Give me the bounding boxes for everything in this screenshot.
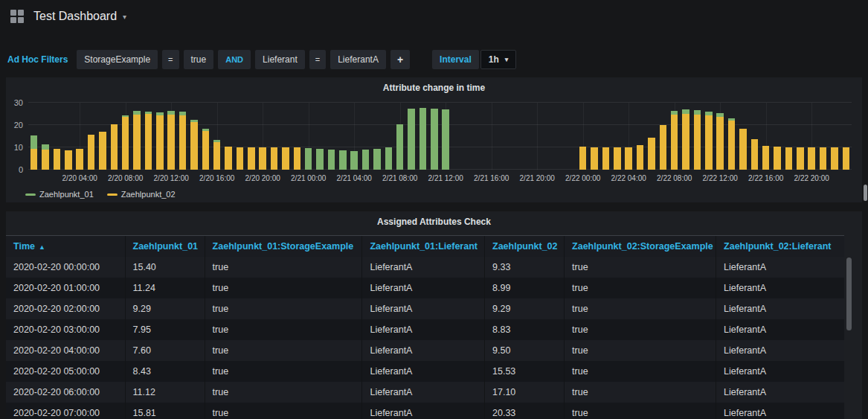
- table-cell: LieferantA: [716, 361, 844, 382]
- bar-zaehlpunkt_02: [660, 125, 667, 170]
- x-axis-label: 2/21 00:00: [291, 174, 326, 182]
- filter2-operator-chip[interactable]: =: [309, 50, 326, 69]
- x-axis-label: 2/20 04:00: [62, 174, 97, 182]
- filter-bar: Ad Hoc Filters StorageExample = true AND…: [7, 49, 861, 70]
- dashboard-title[interactable]: Test Dashboard: [33, 10, 117, 23]
- table-scrollbar-thumb[interactable]: [846, 258, 852, 330]
- filter2-key-chip[interactable]: Lieferant: [255, 50, 305, 69]
- table-cell: LieferantA: [362, 298, 485, 319]
- column-header-time[interactable]: Time▲: [6, 236, 125, 258]
- table-cell: LieferantA: [716, 340, 844, 361]
- column-header-zaehlpunkt-01-lieferant[interactable]: Zaehlpunkt_01:Lieferant: [362, 236, 485, 258]
- interval-select[interactable]: 1h ▾: [480, 50, 517, 69]
- bar-zaehlpunkt_01: [442, 109, 449, 170]
- bar-zaehlpunkt_02: [637, 145, 644, 170]
- x-axis-label: 2/21 04:00: [337, 174, 372, 182]
- bar-zaehlpunkt_02: [831, 147, 838, 170]
- legend-label: Zaehlpunkt_02: [121, 190, 176, 199]
- bar-zaehlpunkt_02: [122, 117, 129, 170]
- bar-zaehlpunkt_02: [237, 147, 244, 170]
- plus-icon: +: [397, 54, 403, 65]
- column-header-zaehlpunkt-01[interactable]: Zaehlpunkt_01: [125, 236, 205, 258]
- table-cell: 9.29: [125, 298, 205, 319]
- bar-zaehlpunkt_01: [431, 109, 438, 170]
- legend-item-zaehlpunkt_02[interactable]: Zaehlpunkt_02: [107, 190, 176, 199]
- bar-zaehlpunkt_02: [248, 147, 255, 170]
- bar-zaehlpunkt_02: [739, 129, 747, 170]
- bar-zaehlpunkt_01: [419, 108, 427, 170]
- bar-zaehlpunkt_01: [339, 150, 347, 170]
- bar-zaehlpunkt_02: [202, 131, 210, 170]
- chart-plot: 2/20 04:002/20 08:002/20 12:002/20 16:00…: [28, 103, 852, 170]
- x-axis-label: 2/22 16:00: [748, 174, 783, 182]
- bar-zaehlpunkt_01: [385, 147, 393, 170]
- table-cell: 17.10: [485, 382, 565, 403]
- column-header-label: Zaehlpunkt_01: [133, 241, 199, 252]
- column-header-zaehlpunkt-02-storageexample[interactable]: Zaehlpunkt_02:StorageExample: [565, 236, 716, 258]
- bar-zaehlpunkt_02: [591, 147, 598, 170]
- table-cell: LieferantA: [362, 403, 485, 419]
- column-header-zaehlpunkt-01-storageexample[interactable]: Zaehlpunkt_01:StorageExample: [205, 236, 362, 258]
- table-panel-title[interactable]: Assigned Attributes Check: [6, 211, 862, 227]
- x-axis-label: 2/21 08:00: [382, 174, 417, 182]
- navbar: Test Dashboard ▾: [0, 0, 868, 33]
- bar-zaehlpunkt_02: [694, 115, 701, 170]
- filter1-operator-chip[interactable]: =: [162, 50, 179, 69]
- x-axis-label: 2/20 12:00: [154, 174, 189, 182]
- grid-line-y: [28, 102, 852, 103]
- chart-scrollbar[interactable]: [864, 185, 867, 201]
- y-axis-label: 10: [14, 143, 23, 152]
- table-row: 2020-02-20 01:00:0011.24trueLieferantA8.…: [6, 278, 844, 298]
- bar-zaehlpunkt_02: [808, 147, 815, 170]
- bar-zaehlpunkt_02: [54, 149, 61, 170]
- bar-zaehlpunkt_02: [785, 147, 793, 170]
- column-header-zaehlpunkt-02[interactable]: Zaehlpunkt_02: [485, 236, 565, 258]
- table-scrollbar[interactable]: [846, 258, 852, 416]
- table-body: 2020-02-20 00:00:0015.40trueLieferantA9.…: [6, 257, 844, 419]
- sort-asc-icon: ▲: [39, 243, 45, 251]
- chart-y-axis: 0102030: [6, 103, 25, 170]
- bar-zaehlpunkt_02: [30, 149, 38, 170]
- bar-zaehlpunkt_02: [111, 124, 118, 170]
- column-header-zaehlpunkt-02-lieferant[interactable]: Zaehlpunkt_02:Lieferant: [716, 236, 844, 258]
- bar-zaehlpunkt_02: [282, 147, 289, 170]
- filter2-value-chip[interactable]: LieferantA: [330, 50, 386, 69]
- table-cell: LieferantA: [362, 278, 485, 298]
- dashboard-grid-icon[interactable]: [10, 10, 24, 23]
- table-panel: Assigned Attributes Check Time▲Zaehlpunk…: [6, 211, 862, 419]
- table-cell: 9.50: [485, 340, 565, 361]
- bar-zaehlpunkt_02: [225, 147, 232, 170]
- table-cell: 2020-02-20 04:00:00: [6, 340, 125, 361]
- filter1-value-chip[interactable]: true: [184, 50, 214, 69]
- chart-panel-title[interactable]: Attribute change in time: [6, 77, 862, 93]
- table-row: 2020-02-20 06:00:0011.12trueLieferantA17…: [6, 382, 844, 403]
- bar-zaehlpunkt_02: [774, 147, 781, 170]
- bar-zaehlpunkt_02: [602, 147, 610, 170]
- table-cell: true: [565, 298, 716, 319]
- legend-swatch: [107, 193, 118, 196]
- x-axis-label: 2/22 04:00: [611, 174, 646, 182]
- bar-zaehlpunkt_02: [259, 147, 266, 170]
- legend-swatch: [25, 193, 36, 196]
- chart-panel: Attribute change in time 0102030 2/20 04…: [6, 77, 862, 202]
- add-filter-button[interactable]: +: [390, 50, 410, 69]
- chevron-down-icon[interactable]: ▾: [123, 13, 126, 21]
- table-cell: true: [205, 403, 362, 419]
- column-header-label: Zaehlpunkt_02: [492, 241, 558, 252]
- filter1-key-chip[interactable]: StorageExample: [77, 50, 158, 69]
- table-cell: true: [205, 319, 362, 340]
- table-cell: 2020-02-20 05:00:00: [6, 361, 125, 382]
- bar-zaehlpunkt_02: [751, 139, 759, 170]
- legend-item-zaehlpunkt_01[interactable]: Zaehlpunkt_01: [25, 190, 94, 199]
- x-axis-label: 2/21 12:00: [428, 174, 463, 182]
- x-axis-label: 2/21 16:00: [474, 174, 509, 182]
- bar-zaehlpunkt_01: [373, 149, 381, 170]
- table-cell: 15.81: [125, 403, 205, 419]
- table-cell: 11.12: [125, 382, 205, 403]
- x-axis-label: 2/22 12:00: [703, 174, 738, 182]
- table-cell: true: [205, 361, 362, 382]
- grid-line-x: [537, 103, 538, 170]
- table-cell: LieferantA: [716, 319, 844, 340]
- bar-zaehlpunkt_01: [350, 151, 358, 170]
- column-header-label: Time: [13, 241, 35, 252]
